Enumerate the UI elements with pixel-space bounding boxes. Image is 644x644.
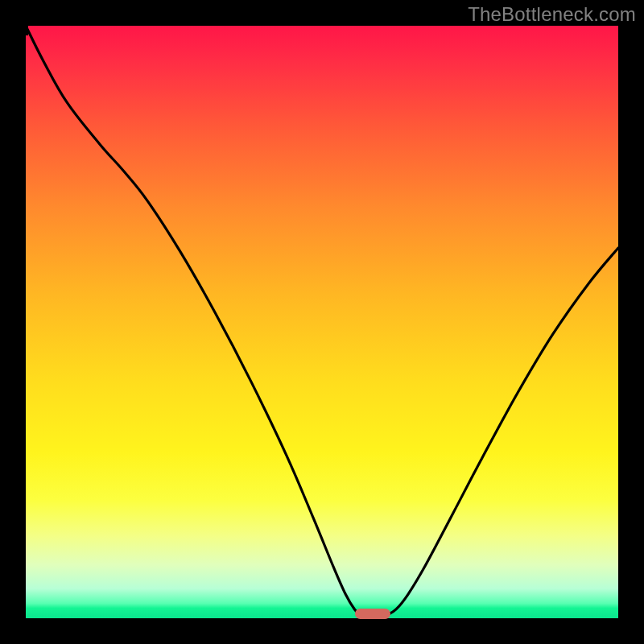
- chart-area: [26, 26, 618, 618]
- bottleneck-curve: [26, 26, 618, 617]
- minimum-marker: [355, 609, 390, 619]
- watermark-text: TheBottleneck.com: [468, 3, 636, 26]
- curve-svg: [26, 26, 618, 618]
